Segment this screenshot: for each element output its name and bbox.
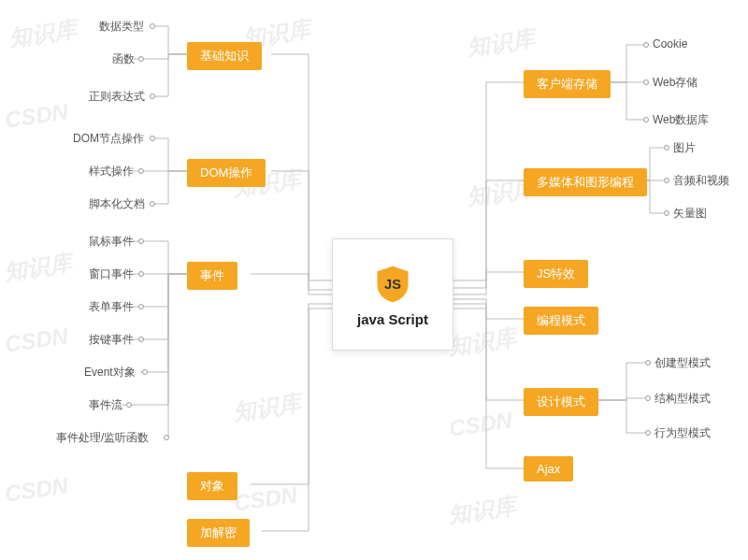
leaf-style-op[interactable]: 样式操作 — [89, 164, 134, 179]
node-object[interactable]: 对象 — [187, 472, 237, 500]
leaf-regex[interactable]: 正则表达式 — [89, 89, 145, 105]
leaf-tick-icon — [138, 271, 144, 277]
leaf-scripted-doc[interactable]: 脚本化文档 — [89, 196, 145, 212]
svg-text:JS: JS — [384, 276, 401, 291]
watermark: CSDN — [3, 323, 69, 357]
center-node-javascript[interactable]: JS java Script — [332, 238, 453, 351]
leaf-svg[interactable]: 矢量图 — [673, 206, 707, 222]
leaf-image[interactable]: 图片 — [673, 140, 696, 156]
leaf-tick-icon — [138, 238, 144, 244]
leaf-tick-icon — [138, 337, 144, 342]
watermark: 知识库 — [3, 248, 74, 287]
leaf-tick-icon — [664, 178, 669, 183]
node-crypto[interactable]: 加解密 — [187, 519, 250, 547]
leaf-behavioral[interactable]: 行为型模式 — [654, 425, 711, 441]
leaf-form-event[interactable]: 表单事件 — [89, 299, 134, 315]
node-design-pattern[interactable]: 设计模式 — [524, 388, 598, 416]
leaf-tick-icon — [664, 145, 669, 151]
leaf-tick-icon — [150, 93, 155, 99]
leaf-tick-icon — [138, 168, 144, 174]
leaf-tick-icon — [645, 430, 651, 436]
node-basics[interactable]: 基础知识 — [187, 42, 262, 70]
leaf-data-type[interactable]: 数据类型 — [99, 19, 144, 35]
leaf-tick-icon — [645, 395, 651, 401]
leaf-cookie[interactable]: Cookie — [653, 37, 687, 50]
leaf-tick-icon — [138, 304, 144, 309]
watermark: CSDN — [232, 481, 298, 516]
leaf-tick-icon — [150, 23, 155, 29]
leaf-window-event[interactable]: 窗口事件 — [89, 266, 134, 282]
node-ajax[interactable]: Ajax — [524, 456, 573, 481]
leaf-event-flow[interactable]: 事件流 — [89, 397, 122, 413]
node-dom[interactable]: DOM操作 — [187, 159, 266, 187]
javascript-logo-icon: JS — [372, 263, 413, 304]
leaf-tick-icon — [645, 360, 651, 366]
leaf-audio-video[interactable]: 音频和视频 — [673, 173, 729, 189]
leaf-structural[interactable]: 结构型模式 — [654, 391, 711, 407]
watermark: CSDN — [3, 472, 69, 507]
leaf-function[interactable]: 函数 — [112, 51, 135, 67]
leaf-event-handler[interactable]: 事件处理/监听函数 — [56, 430, 149, 446]
watermark: 知识库 — [466, 23, 537, 63]
leaf-tick-icon — [150, 201, 155, 207]
leaf-tick-icon — [664, 210, 669, 216]
watermark: 知识库 — [447, 491, 518, 530]
node-multimedia[interactable]: 多媒体和图形编程 — [524, 168, 647, 196]
node-events[interactable]: 事件 — [187, 262, 237, 290]
leaf-tick-icon — [643, 42, 649, 48]
leaf-key-event[interactable]: 按键事件 — [89, 332, 134, 348]
leaf-web-storage[interactable]: Web存储 — [653, 75, 698, 91]
watermark: CSDN — [447, 407, 513, 441]
node-client-storage[interactable]: 客户端存储 — [524, 70, 611, 98]
leaf-creational[interactable]: 创建型模式 — [654, 355, 711, 371]
watermark: 知识库 — [447, 323, 518, 362]
leaf-tick-icon — [643, 117, 649, 122]
center-label: java Script — [357, 311, 428, 327]
leaf-tick-icon — [643, 79, 649, 85]
leaf-tick-icon — [150, 136, 155, 141]
leaf-dom-node[interactable]: DOM节点操作 — [73, 131, 144, 147]
watermark: 知识库 — [7, 14, 79, 53]
leaf-tick-icon — [126, 402, 132, 408]
leaf-web-db[interactable]: Web数据库 — [653, 112, 709, 128]
leaf-tick-icon — [142, 369, 148, 375]
leaf-tick-icon — [164, 435, 169, 440]
leaf-mouse-event[interactable]: 鼠标事件 — [89, 234, 134, 250]
watermark: CSDN — [3, 98, 69, 133]
node-js-effects[interactable]: JS特效 — [524, 260, 588, 288]
leaf-event-object[interactable]: Event对象 — [84, 365, 136, 381]
leaf-tick-icon — [138, 56, 144, 62]
node-programming-mode[interactable]: 编程模式 — [524, 307, 598, 335]
watermark: 知识库 — [232, 388, 303, 427]
